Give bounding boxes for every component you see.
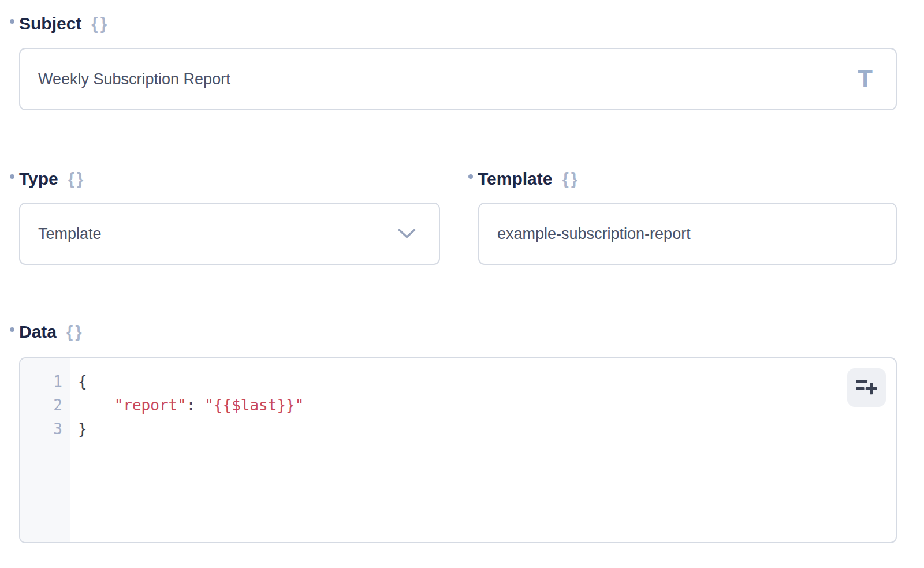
template-label-row: Template {} [478,169,580,189]
type-label: Type [19,169,58,189]
code-line: } [78,417,896,441]
line-number: 3 [20,417,70,441]
type-selected-value: Template [38,225,398,243]
form-page: Subject {} T Type {} Template Template {… [0,0,924,568]
text-format-icon[interactable]: T [858,67,873,91]
braces-icon[interactable]: {} [66,322,84,342]
code-line: { [78,370,896,394]
braces-icon[interactable]: {} [562,169,580,189]
subject-input-box: T [19,48,897,110]
type-select[interactable]: Template [19,203,440,265]
template-label: Template [478,169,552,189]
required-dot [10,327,14,332]
required-dot [10,19,14,24]
line-number: 1 [20,370,70,394]
code-line: "report": "{{$last}}" [78,394,896,417]
chevron-down-icon [398,229,416,239]
subject-input[interactable] [38,70,858,88]
data-code-editor: 123 { "report": "{{$last}}"} [19,357,897,543]
required-dot [10,174,14,179]
data-label: Data [19,322,57,342]
template-input-box [478,203,897,265]
template-input[interactable] [497,225,880,243]
playlist-add-icon [856,380,877,396]
braces-icon[interactable]: {} [91,14,109,33]
required-dot [468,174,473,179]
data-label-row: Data {} [19,322,84,342]
editor-code[interactable]: { "report": "{{$last}}"} [70,358,896,542]
braces-icon[interactable]: {} [68,169,86,189]
type-label-row: Type {} [19,169,85,189]
editor-gutter: 123 [20,358,70,542]
line-number: 2 [20,394,70,417]
subject-label: Subject [19,14,81,33]
subject-label-row: Subject {} [19,14,109,33]
format-json-button[interactable] [847,368,886,407]
